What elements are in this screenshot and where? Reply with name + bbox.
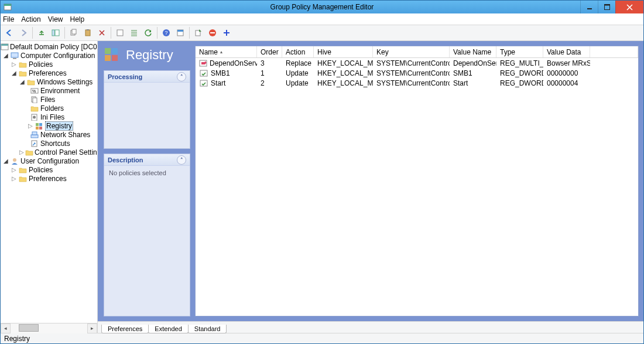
folder-icon — [18, 166, 28, 174]
svg-rect-26 — [33, 98, 37, 103]
tree-item-user-preferences[interactable]: ▷ Preferences — [1, 174, 97, 183]
menu-file[interactable]: File — [3, 15, 14, 23]
show-hide-tree-button[interactable] — [49, 26, 62, 39]
scroll-right-button[interactable]: ▸ — [87, 323, 97, 333]
expand-icon[interactable]: ▷ — [11, 62, 17, 67]
folder-icon — [30, 104, 39, 113]
tree-label: Preferences — [29, 69, 67, 77]
help-button[interactable]: ? — [160, 26, 173, 39]
tree-item-windows-settings[interactable]: ◢ Windows Settings — [1, 77, 97, 86]
cell-hive: HKEY_LOCAL_MAC... — [314, 79, 373, 87]
svg-text:%: % — [32, 89, 36, 93]
tab-standard[interactable]: Standard — [188, 325, 227, 333]
tree-item-user-configuration[interactable]: ◢ User Configuration — [1, 156, 97, 165]
toolbar-divider — [111, 27, 111, 39]
forward-button[interactable] — [17, 26, 30, 39]
column-header-key[interactable]: Key — [373, 46, 450, 57]
cell-hive: HKEY_LOCAL_MAC... — [314, 59, 373, 67]
processing-card-header[interactable]: Processing ˄ — [104, 71, 190, 83]
tree-item-shortcuts[interactable]: Shortcuts — [1, 139, 97, 148]
expand-icon[interactable]: ▷ — [11, 176, 17, 182]
tree-item-user-policies[interactable]: ▷ Policies — [1, 165, 97, 174]
tree-item-network-shares[interactable]: Network Shares — [1, 130, 97, 139]
folder-open-icon — [18, 69, 28, 77]
scroll-thumb[interactable] — [19, 324, 39, 332]
cell-value-name: SMB1 — [450, 69, 496, 77]
tree-item-preferences[interactable]: ◢ Preferences — [1, 69, 97, 77]
delete-button[interactable] — [95, 26, 108, 39]
tree-item-registry[interactable]: ▷ Registry — [1, 121, 97, 130]
toolbar: ? — [1, 25, 643, 41]
card-title: Description — [108, 156, 143, 164]
svg-rect-9 — [85, 30, 90, 36]
list-rows[interactable]: DependOnService3ReplaceHKEY_LOCAL_MAC...… — [196, 58, 638, 316]
expand-icon[interactable]: ◢ — [19, 79, 25, 85]
column-header-order[interactable]: Order — [257, 46, 282, 57]
svg-rect-37 — [105, 48, 111, 54]
expand-icon[interactable]: ▷ — [19, 149, 24, 155]
column-header-name[interactable]: Name▴ — [196, 46, 257, 57]
column-header-action[interactable]: Action — [282, 46, 314, 57]
scroll-track[interactable] — [11, 323, 87, 333]
registry-item-icon — [199, 79, 208, 87]
chevron-up-icon[interactable]: ˄ — [177, 155, 186, 165]
expand-icon[interactable]: ◢ — [11, 70, 17, 76]
menu-view[interactable]: View — [48, 15, 63, 23]
expand-icon[interactable]: ▷ — [11, 167, 17, 173]
svg-rect-22 — [13, 58, 16, 59]
cell-action: Update — [282, 69, 314, 77]
paste-button[interactable] — [81, 26, 94, 39]
tree-item-control-panel-settings[interactable]: ▷ Control Panel Setting — [1, 148, 97, 156]
environment-icon: % — [30, 87, 39, 95]
column-headers: Name▴ Order Action Hive Key Value Name T… — [196, 46, 638, 58]
expand-icon[interactable]: ◢ — [3, 53, 9, 59]
column-header-type[interactable]: Type — [496, 46, 543, 57]
tab-extended[interactable]: Extended — [148, 325, 188, 333]
tree-view[interactable]: Default Domain Policy [DC02.C ◢ Computer… — [1, 41, 97, 323]
new-item-button[interactable] — [220, 26, 233, 39]
large-icons-button[interactable] — [114, 26, 126, 39]
description-card-header[interactable]: Description ˄ — [104, 154, 190, 166]
column-header-value-data[interactable]: Value Data — [543, 46, 590, 57]
svg-rect-29 — [36, 123, 39, 126]
menu-action[interactable]: Action — [21, 15, 40, 23]
export-button[interactable] — [192, 26, 205, 39]
back-button[interactable] — [3, 26, 16, 39]
tree-item-policies[interactable]: ▷ Policies — [1, 60, 97, 69]
cell-hive: HKEY_LOCAL_MAC... — [314, 69, 373, 77]
expand-icon[interactable]: ◢ — [3, 158, 9, 164]
svg-rect-21 — [11, 53, 18, 57]
refresh-button[interactable] — [142, 26, 155, 39]
stop-button[interactable] — [206, 26, 219, 39]
tree-item-computer-configuration[interactable]: ◢ Computer Configuration — [1, 51, 97, 60]
tree-label: Shortcuts — [40, 139, 70, 148]
up-button[interactable] — [35, 26, 48, 39]
details-button[interactable] — [128, 26, 141, 39]
tree-item-root[interactable]: Default Domain Policy [DC02.C — [1, 42, 97, 51]
tab-preferences[interactable]: Preferences — [101, 325, 149, 333]
column-header-hive[interactable]: Hive — [314, 46, 373, 57]
svg-rect-15 — [177, 30, 183, 32]
registry-item-icon — [199, 69, 208, 77]
properties-button[interactable] — [174, 26, 187, 39]
tree-item-environment[interactable]: % Environment — [1, 86, 97, 95]
tree-horizontal-scrollbar[interactable]: ◂ ▸ — [1, 323, 97, 333]
scroll-left-button[interactable]: ◂ — [1, 323, 11, 333]
list-row[interactable]: DependOnService3ReplaceHKEY_LOCAL_MAC...… — [196, 58, 638, 68]
network-shares-icon — [30, 131, 39, 139]
tree-item-files[interactable]: Files — [1, 95, 97, 104]
tree-item-ini-files[interactable]: Ini Files — [1, 113, 97, 121]
expand-icon[interactable]: ▷ — [28, 123, 33, 129]
description-card-body: No policies selected — [104, 166, 190, 180]
svg-point-28 — [33, 115, 36, 118]
column-header-value-name[interactable]: Value Name — [450, 46, 496, 57]
list-row[interactable]: Start2UpdateHKEY_LOCAL_MAC...SYSTEM\Curr… — [196, 78, 638, 88]
svg-rect-20 — [1, 44, 8, 46]
chevron-up-icon[interactable]: ˄ — [177, 72, 186, 81]
cell-order: 1 — [257, 69, 282, 77]
tree-item-folders[interactable]: Folders — [1, 104, 97, 113]
list-row[interactable]: SMB11UpdateHKEY_LOCAL_MAC...SYSTEM\Curre… — [196, 68, 638, 78]
tree-label: Policies — [29, 60, 53, 69]
copy-button[interactable] — [67, 26, 80, 39]
menu-help[interactable]: Help — [70, 15, 85, 23]
